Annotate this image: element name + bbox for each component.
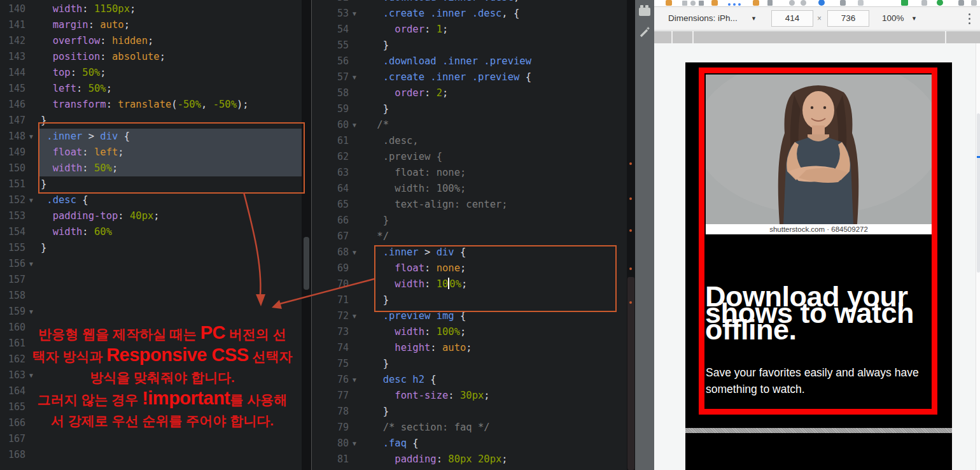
code-line: 65 text-align: center; bbox=[312, 197, 627, 213]
scrollbar-thumb[interactable] bbox=[627, 277, 634, 470]
code-text: transform: translate(-50%, -50%); bbox=[41, 97, 249, 113]
line-number: 149 bbox=[0, 145, 25, 160]
line-number: 64 bbox=[312, 181, 349, 197]
code-line: 159▼ bbox=[0, 304, 302, 320]
code-line: 141 margin: auto; bbox=[0, 17, 302, 33]
code-text: } bbox=[371, 404, 389, 420]
zoom-select[interactable]: 100% bbox=[882, 7, 904, 30]
bookmark-icon-fragment[interactable] bbox=[921, 0, 927, 6]
line-number: 151 bbox=[0, 176, 25, 192]
code-text: .desc, bbox=[371, 133, 419, 149]
code-text: overflow: hidden; bbox=[41, 33, 153, 49]
bookmark-icon-fragment[interactable] bbox=[818, 0, 825, 6]
bookmark-icon-fragment[interactable] bbox=[901, 0, 908, 6]
code-fold-icon[interactable]: ▼ bbox=[351, 117, 358, 133]
extension-brick-icon[interactable] bbox=[639, 8, 650, 16]
scrollbar-thumb[interactable] bbox=[304, 237, 309, 290]
code-line: 76▼ desc h2 { bbox=[312, 372, 627, 388]
line-number: 166 bbox=[0, 415, 25, 431]
device-ruler-strip[interactable] bbox=[654, 31, 980, 43]
bookmark-icon-fragment[interactable] bbox=[958, 0, 964, 6]
code-fold-icon[interactable]: ▼ bbox=[28, 256, 34, 272]
bookmark-icon-fragment[interactable] bbox=[711, 0, 718, 6]
bookmark-icon-fragment[interactable] bbox=[733, 3, 736, 6]
kebab-menu-icon[interactable] bbox=[963, 13, 975, 25]
code-text: .create .inner .desc, { bbox=[371, 6, 519, 22]
code-fold-icon[interactable]: ▼ bbox=[351, 6, 358, 22]
bookmark-icon-fragment[interactable] bbox=[666, 0, 672, 6]
dimensions-select[interactable]: Dimensions: iPh... bbox=[668, 7, 738, 30]
code-text: margin: auto; bbox=[41, 17, 130, 33]
ruler-notch bbox=[945, 31, 946, 43]
line-number: 152 bbox=[0, 192, 25, 208]
stock-photo: shutterstock.com · 684509272 bbox=[706, 75, 932, 234]
bookmark-icon-fragment[interactable] bbox=[971, 0, 977, 6]
annotation-line: 그러지 않는 경우 !important를 사용해 bbox=[25, 388, 299, 410]
bookmark-icon-fragment[interactable] bbox=[789, 0, 795, 6]
page-heading: Download yourshows to watchoffline. bbox=[705, 288, 937, 338]
scroll-marker bbox=[629, 197, 632, 200]
bookmark-icon-fragment[interactable] bbox=[840, 0, 846, 6]
line-number: 164 bbox=[0, 383, 25, 399]
line-number: 163 bbox=[0, 367, 25, 383]
line-number: 144 bbox=[0, 65, 25, 81]
code-line: 74 height: auto; bbox=[312, 340, 627, 356]
line-number: 81 bbox=[312, 452, 349, 467]
line-number: 158 bbox=[0, 288, 25, 304]
browser-page-scrollbar[interactable] bbox=[976, 43, 980, 470]
bookmark-icon-fragment[interactable] bbox=[738, 3, 741, 6]
code-line: 67 */ bbox=[312, 229, 627, 245]
code-fold-icon[interactable]: ▼ bbox=[351, 245, 358, 260]
code-fold-icon[interactable]: ▼ bbox=[28, 192, 34, 208]
line-number: 72 bbox=[312, 308, 349, 324]
code-text: } bbox=[371, 356, 389, 372]
line-number: 165 bbox=[0, 399, 25, 415]
chevron-down-icon[interactable]: ▼ bbox=[751, 7, 757, 30]
bookmark-icon-fragment[interactable] bbox=[728, 3, 731, 6]
bookmark-icon-fragment[interactable] bbox=[767, 0, 773, 6]
bookmark-icon-fragment[interactable] bbox=[937, 0, 943, 6]
line-number: 65 bbox=[312, 197, 349, 213]
screenshot-root: 140 width: 1150px;141 margin: auto;142 o… bbox=[0, 0, 980, 470]
line-number: 73 bbox=[312, 324, 349, 340]
code-fold-icon[interactable]: ▼ bbox=[351, 436, 358, 452]
annotation-line: 택자 방식과 Responsive CSS 선택자 bbox=[25, 345, 299, 367]
code-text: width: 60% bbox=[41, 224, 112, 240]
viewport-width-input[interactable]: 414 bbox=[771, 10, 813, 27]
body-line: something to watch. bbox=[706, 381, 930, 397]
code-fold-icon[interactable]: ▼ bbox=[28, 129, 34, 145]
code-text: top: 50%; bbox=[41, 65, 106, 81]
scrollbar-thumb[interactable] bbox=[977, 113, 980, 273]
code-text: text-align: center; bbox=[371, 197, 508, 213]
code-text: font-size: 30px; bbox=[371, 388, 490, 404]
line-number: 60 bbox=[312, 117, 349, 133]
device-toolbar: Dimensions: iPh... ▼ 414 × 736 100% ▼ bbox=[654, 6, 980, 31]
editor-pane-middle[interactable]: 52 .download .inner .desc,53▼ .create .i… bbox=[312, 0, 627, 470]
code-line: 144 top: 50%; bbox=[0, 65, 302, 81]
viewport-height-input[interactable]: 736 bbox=[827, 10, 869, 27]
annotation-line: 방식을 맞춰줘야 합니다. bbox=[25, 367, 299, 388]
code-text: padding-top: 40px; bbox=[41, 208, 160, 224]
bookmark-icon-fragment[interactable] bbox=[690, 1, 696, 6]
bookmark-icon-fragment[interactable] bbox=[801, 0, 806, 6]
code-fold-icon[interactable]: ▼ bbox=[351, 372, 358, 388]
code-text: desc h2 { bbox=[371, 372, 437, 388]
code-text: */ bbox=[371, 229, 389, 245]
code-line: 78 } bbox=[312, 404, 627, 420]
bookmark-icon-fragment[interactable] bbox=[858, 0, 864, 6]
chevron-down-icon[interactable]: ▼ bbox=[911, 7, 917, 30]
middle-pane-scrollbar[interactable] bbox=[627, 0, 635, 470]
code-fold-icon[interactable]: ▼ bbox=[28, 304, 34, 320]
code-line: 143 position: absolute; bbox=[0, 49, 302, 65]
line-number: 79 bbox=[312, 420, 349, 436]
bookmarks-bar[interactable] bbox=[654, 0, 980, 6]
left-pane-scrollbar[interactable] bbox=[302, 0, 311, 470]
bookmark-icon-fragment[interactable] bbox=[699, 1, 704, 6]
bookmark-icon-fragment[interactable] bbox=[753, 0, 759, 6]
magic-wand-icon[interactable] bbox=[638, 25, 651, 38]
line-number: 160 bbox=[0, 320, 25, 336]
bookmark-icon-fragment[interactable] bbox=[682, 1, 687, 6]
code-fold-icon[interactable]: ▼ bbox=[351, 308, 358, 324]
code-line: 59 } bbox=[312, 101, 627, 117]
code-fold-icon[interactable]: ▼ bbox=[351, 69, 358, 85]
